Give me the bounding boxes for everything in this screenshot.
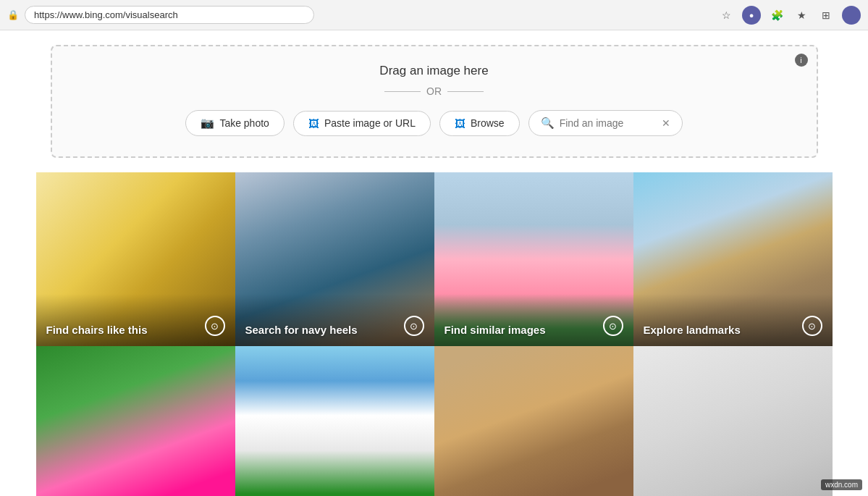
or-divider: OR xyxy=(67,85,802,97)
grid-item-flower[interactable]: Find similar images ⊙ xyxy=(434,172,633,346)
capture-icon-sphinx: ⊙ xyxy=(802,316,822,336)
profile-avatar[interactable]: ● xyxy=(742,6,761,25)
sphinx-caption: Explore landmarks ⊙ xyxy=(633,294,833,346)
image-grid: Find chairs like this ⊙ Search for navy … xyxy=(36,172,833,496)
star-icon[interactable]: ☆ xyxy=(717,7,735,24)
upload-area: i Drag an image here OR 📷 Take photo 🖼 P… xyxy=(51,45,818,158)
tulip-image xyxy=(36,346,235,496)
user-avatar[interactable] xyxy=(842,6,861,25)
flower-caption-text: Find similar images xyxy=(444,324,546,336)
browser-bar: 🔒 https://www.bing.com/visualsearch ☆ ● … xyxy=(0,0,868,30)
watermark: wxdn.com xyxy=(821,479,862,490)
browse-icon: 🖼 xyxy=(455,117,465,130)
lock-icon: 🔒 xyxy=(7,9,19,20)
shoe-caption-text: Search for navy heels xyxy=(245,324,358,336)
flower-caption: Find similar images ⊙ xyxy=(434,294,633,346)
paste-label: Paste image or URL xyxy=(324,117,416,129)
temple-image xyxy=(235,346,434,496)
info-icon[interactable]: i xyxy=(795,54,808,67)
favorites-icon[interactable]: ★ xyxy=(793,7,810,24)
close-icon[interactable]: ✕ xyxy=(662,117,670,129)
grid-item-temple[interactable] xyxy=(235,346,434,496)
chair-caption-text: Find chairs like this xyxy=(46,324,148,336)
chair-caption: Find chairs like this ⊙ xyxy=(36,294,235,346)
find-image-input-container[interactable]: 🔍 ✕ xyxy=(528,110,683,136)
shoe-caption: Search for navy heels ⊙ xyxy=(235,294,434,346)
grid-item-puppy[interactable] xyxy=(434,346,633,496)
capture-icon-flower: ⊙ xyxy=(603,316,623,336)
paste-icon: 🖼 xyxy=(308,117,319,130)
camera-icon: 📷 xyxy=(201,117,214,130)
puppy-image xyxy=(434,346,633,496)
take-photo-label: Take photo xyxy=(219,117,269,129)
search-icon: 🔍 xyxy=(541,117,555,130)
capture-icon-chair: ⊙ xyxy=(205,316,225,336)
take-photo-button[interactable]: 📷 Take photo xyxy=(185,110,285,136)
browse-button[interactable]: 🖼 Browse xyxy=(439,111,520,136)
browser-icons: ☆ ● 🧩 ★ ⊞ xyxy=(717,6,861,25)
url-bar[interactable]: https://www.bing.com/visualsearch xyxy=(25,6,314,24)
browse-label: Browse xyxy=(471,117,505,129)
grid-item-lamp[interactable] xyxy=(633,346,833,496)
lamp-image xyxy=(633,346,833,496)
drag-text: Drag an image here xyxy=(67,64,802,78)
paste-url-button[interactable]: 🖼 Paste image or URL xyxy=(293,111,431,136)
grid-item-tulip[interactable] xyxy=(36,346,235,496)
grid-item-chair[interactable]: Find chairs like this ⊙ xyxy=(36,172,235,346)
grid-item-shoe[interactable]: Search for navy heels ⊙ xyxy=(235,172,434,346)
extension-icon[interactable]: 🧩 xyxy=(768,7,785,24)
capture-icon-shoe: ⊙ xyxy=(404,316,424,336)
sphinx-caption-text: Explore landmarks xyxy=(644,324,741,336)
find-image-input[interactable] xyxy=(560,117,654,129)
collections-icon[interactable]: ⊞ xyxy=(817,7,835,24)
grid-item-sphinx[interactable]: Explore landmarks ⊙ xyxy=(633,172,833,346)
action-buttons: 📷 Take photo 🖼 Paste image or URL 🖼 Brow… xyxy=(67,110,802,136)
